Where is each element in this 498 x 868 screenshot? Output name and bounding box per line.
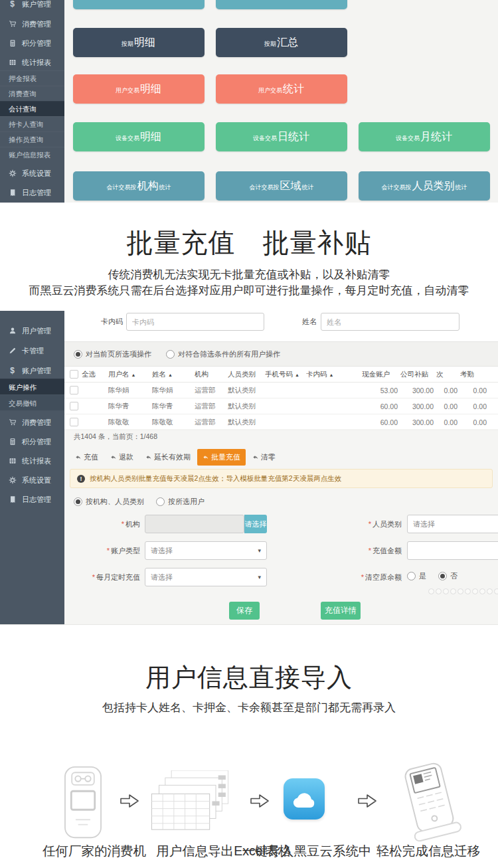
reply-arrow-icon	[110, 454, 117, 461]
cart-icon	[8, 418, 17, 427]
scope-all-users-radio[interactable]: 对符合筛选条件的所有用户操作	[166, 349, 280, 359]
name-input[interactable]	[321, 313, 459, 331]
sidebar-item-label: 统计报表	[22, 58, 51, 68]
sidebar-item-label: 消费管理	[22, 19, 51, 29]
section-title-batch-recharge: 批量充值 批量补贴	[0, 224, 498, 261]
sidebar-subitem-trade-revoke[interactable]: 交易撤销	[0, 394, 64, 410]
sidebar-item-label: 统计报表	[22, 456, 51, 466]
dollar-icon: $	[8, 367, 17, 375]
dots-decoration	[428, 588, 498, 594]
person-category-select[interactable]: 请选择	[407, 515, 498, 533]
report-button-accounting-by-region[interactable]: 会计交易按区域统计	[216, 171, 347, 201]
sidebar-item-label: 日志管理	[22, 188, 51, 198]
recharge-amount-input[interactable]	[407, 541, 498, 560]
sidebar-subitem-account-info-report[interactable]: 账户信息报表	[0, 147, 64, 162]
clear-no-radio[interactable]: 否	[438, 571, 457, 581]
sidebar-item-statistics-reports[interactable]: 统计报表	[0, 452, 64, 470]
tab-refund[interactable]: 退款	[105, 449, 139, 466]
sidebar-subitem-consume-query[interactable]: 消费查询	[0, 86, 64, 101]
sidebar-item-card-management[interactable]: 卡管理	[0, 341, 64, 360]
row-checkbox[interactable]	[70, 418, 78, 426]
grid-icon	[8, 58, 17, 67]
sidebar-item-label: 积分管理	[22, 437, 51, 447]
book-icon	[8, 495, 17, 504]
account-type-label: *账户类型	[76, 541, 140, 560]
report-button-device-trade-detail[interactable]: 设备交易明细	[73, 122, 205, 151]
org-select-button[interactable]: 请选择	[244, 515, 267, 533]
radio-icon	[438, 572, 447, 580]
info-icon: !	[77, 475, 85, 483]
tab-extend-validity[interactable]: 延长有效期	[140, 449, 196, 466]
sidebar-item-statistics-reports[interactable]: 统计报表	[0, 53, 64, 72]
sidebar-subitem-account-operation[interactable]: 账户操作	[0, 379, 64, 394]
sidebar-item-account-management[interactable]: $ 账户管理	[0, 361, 64, 380]
report-button-period-summary[interactable]: 按期汇总	[216, 28, 347, 57]
batch-main: 卡内码 姓名 对当前页所选项操作 对符合筛选条件的所有用户操作 全	[64, 311, 498, 624]
report-button-accounting-by-org[interactable]: 会计交易按机构统计	[73, 171, 205, 201]
report-button-truncated[interactable]	[73, 0, 205, 9]
tab-recharge[interactable]: 充值	[70, 449, 104, 466]
sort-caret-icon: ▲	[168, 373, 173, 377]
recharge-amount-label: *充值金额	[338, 541, 402, 560]
sidebar-item-system-settings[interactable]: 系统设置	[0, 471, 64, 489]
tab-clear-zero[interactable]: 清零	[247, 449, 281, 466]
save-button[interactable]: 保存	[229, 602, 260, 620]
recharge-detail-button[interactable]: 充值详情	[321, 602, 361, 620]
account-type-select[interactable]: 请选择 ▾	[145, 541, 267, 560]
radio-icon	[74, 497, 82, 506]
step-arrow-icon	[357, 793, 377, 809]
pos-terminal-illustration	[383, 761, 475, 842]
key-icon	[8, 347, 17, 355]
report-button-user-trade-stats[interactable]: 用户交易统计	[216, 74, 347, 104]
monthly-recharge-select[interactable]: 请选择 ▾	[145, 568, 267, 586]
sidebar-item-label: 消费管理	[22, 418, 51, 428]
book-icon	[8, 189, 17, 197]
step-arrow-icon	[250, 793, 270, 809]
consumption-machine-illustration	[55, 764, 111, 842]
sidebar-item-log-management[interactable]: 日志管理	[0, 490, 64, 509]
report-button-device-trade-monthly[interactable]: 设备交易月统计	[359, 122, 490, 151]
sidebar-item-points-management[interactable]: 积分管理	[0, 34, 64, 52]
sidebar-item-log-management[interactable]: 日志管理	[0, 183, 64, 202]
clear-balance-radio-group: 是 否	[407, 571, 457, 581]
pagination-info: 共1404 条，当前页：1/468	[74, 432, 157, 442]
org-input[interactable]	[145, 515, 244, 533]
user-table: 全选 用户名▲ 姓名▲ 机构 人员类别 手机号码▲ 卡内码▲ 现金账户 公司补贴…	[64, 367, 498, 429]
sidebar-item-points-management[interactable]: 积分管理	[0, 432, 64, 451]
report-button-truncated[interactable]	[216, 0, 347, 9]
report-button-device-trade-daily[interactable]: 设备交易日统计	[216, 122, 347, 151]
row-checkbox[interactable]	[70, 402, 78, 410]
gear-icon	[8, 476, 17, 485]
monthly-recharge-label: *每月定时充值	[76, 568, 140, 586]
card-code-input[interactable]	[126, 313, 264, 331]
gear-icon	[8, 169, 17, 178]
tab-batch-recharge[interactable]: 批量充值	[197, 449, 246, 466]
sidebar-item-label: 账户管理	[22, 0, 51, 9]
person-category-label: *人员类别	[338, 515, 402, 533]
sidebar-item-account-management[interactable]: $ 账户管理	[0, 0, 64, 13]
calculator-icon	[8, 39, 17, 48]
report-button-accounting-by-category[interactable]: 会计交易按人员类别统计	[359, 171, 490, 201]
mode-radio-group: 按机构、人员类别 按所选用户	[74, 497, 205, 507]
sidebar-subitem-accounting-query[interactable]: 会计查询	[0, 101, 64, 116]
sidebar-subitem-deposit-report[interactable]: 押金报表	[0, 70, 64, 86]
sidebar-subitem-operator-query[interactable]: 操作员查询	[0, 131, 64, 147]
scope-band: 对当前页所选项操作 对符合筛选条件的所有用户操作	[64, 341, 498, 367]
sidebar-item-consume-management[interactable]: 消费管理	[0, 413, 64, 432]
sidebar-item-user-management[interactable]: 用户管理	[0, 321, 64, 340]
scope-current-page-radio[interactable]: 对当前页所选项操作	[74, 349, 151, 359]
mode-by-org-radio[interactable]: 按机构、人员类别	[74, 497, 144, 507]
reply-arrow-icon	[75, 454, 82, 461]
sidebar-item-system-settings[interactable]: 系统设置	[0, 164, 64, 183]
sidebar-2: 用户管理 卡管理 $ 账户管理 账户操作 交易撤销 消费管理 积分管理	[0, 311, 64, 624]
row-checkbox[interactable]	[70, 386, 78, 394]
sidebar-item-consume-management[interactable]: 消费管理	[0, 15, 64, 33]
sidebar-subitem-cardholder-query[interactable]: 持卡人查询	[0, 116, 64, 131]
sort-caret-icon: ▲	[295, 373, 299, 377]
sort-caret-icon: ▲	[329, 373, 334, 377]
mode-by-selected-radio[interactable]: 按所选用户	[156, 497, 205, 507]
clear-yes-radio[interactable]: 是	[407, 571, 426, 581]
select-all-checkbox[interactable]	[70, 370, 78, 379]
report-button-user-trade-detail[interactable]: 用户交易明细	[73, 74, 205, 104]
report-button-period-detail[interactable]: 按期明细	[73, 28, 205, 57]
